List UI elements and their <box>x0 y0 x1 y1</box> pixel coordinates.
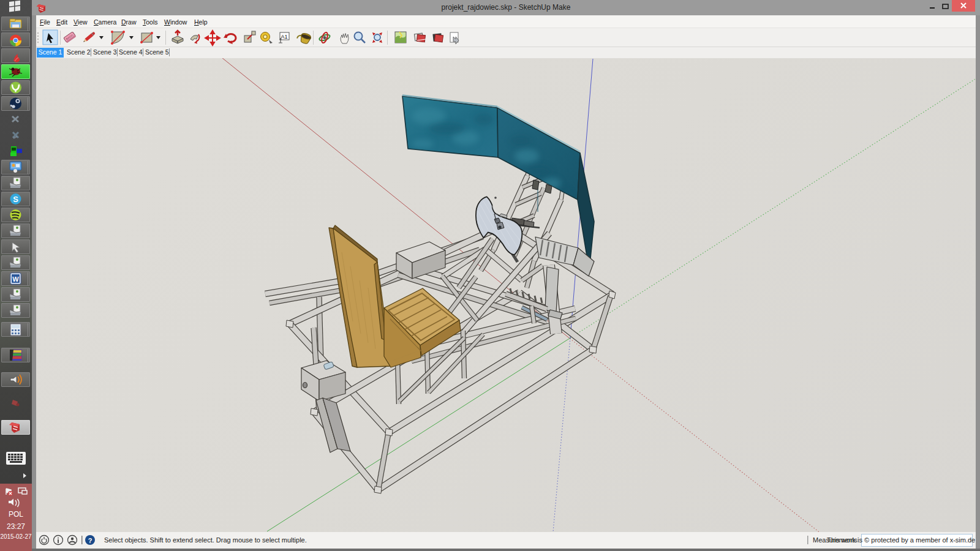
svg-text:S: S <box>13 195 18 204</box>
svg-text:2015-02-27: 2015-02-27 <box>0 533 32 540</box>
svg-text:W: W <box>12 276 19 283</box>
svg-text:23:27: 23:27 <box>7 522 25 531</box>
svg-text:POL: POL <box>9 510 23 519</box>
svg-text:A1: A1 <box>281 34 287 40</box>
svg-text:?: ? <box>88 537 92 544</box>
